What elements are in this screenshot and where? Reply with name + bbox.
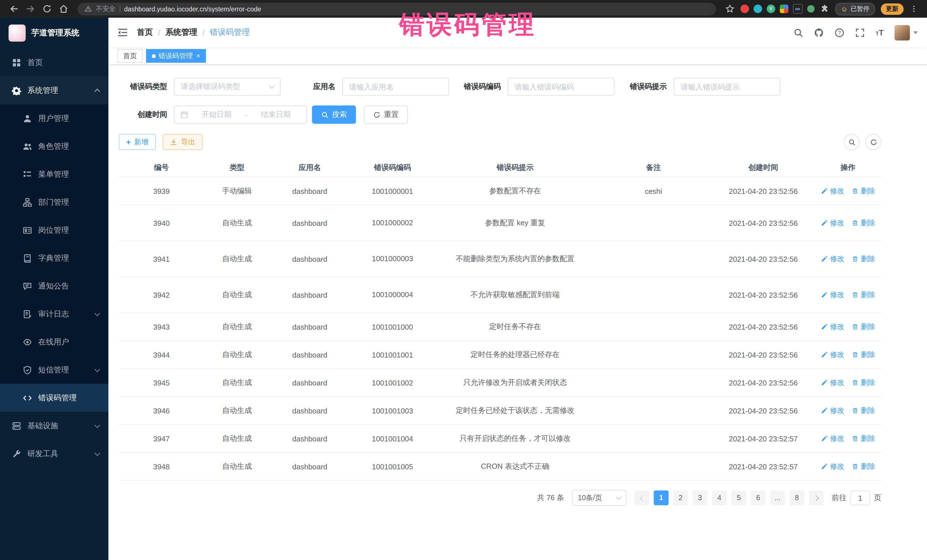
- delete-link[interactable]: 删除: [852, 350, 875, 360]
- home-browser-icon[interactable]: [59, 4, 68, 14]
- font-size-icon[interactable]: TT: [876, 29, 884, 36]
- table-row: 3939手动编辑dashboard1001000001参数配置不存在ceshi2…: [119, 178, 881, 205]
- reload-icon[interactable]: [42, 4, 52, 14]
- delete-link[interactable]: 删除: [852, 290, 875, 300]
- delete-link[interactable]: 删除: [852, 378, 875, 387]
- fullscreen-icon[interactable]: [855, 28, 865, 37]
- edit-link[interactable]: 修改: [821, 434, 844, 443]
- tab-home[interactable]: 首页: [117, 49, 143, 63]
- back-icon[interactable]: [9, 4, 19, 14]
- edit-link[interactable]: 修改: [821, 322, 844, 332]
- edit-link[interactable]: 修改: [821, 378, 844, 387]
- edit-link-label: 修改: [830, 218, 844, 228]
- delete-link[interactable]: 删除: [852, 218, 875, 228]
- tab-error-code[interactable]: 错误码管理 ×: [146, 49, 206, 63]
- sidebar-item-post[interactable]: 岗位管理: [0, 216, 108, 244]
- pagination: 共 76 条 10条/页 123456...8 前往 页: [119, 490, 881, 506]
- extension-icon-green[interactable]: [807, 5, 815, 12]
- edit-link[interactable]: 修改: [821, 186, 844, 196]
- goto-page-input[interactable]: [851, 490, 870, 505]
- refresh-table-button[interactable]: [865, 134, 881, 150]
- page-button-3[interactable]: 3: [693, 490, 707, 505]
- date-range-picker[interactable]: 开始日期 - 结束日期: [174, 106, 307, 124]
- error-code-input[interactable]: [508, 77, 614, 96]
- browser-update-button[interactable]: 更新: [881, 3, 904, 15]
- export-button[interactable]: 导出: [163, 134, 202, 150]
- forward-icon[interactable]: [26, 4, 35, 14]
- extension-icon-red[interactable]: [740, 5, 749, 13]
- sidebar-item-home[interactable]: 首页: [0, 49, 108, 76]
- extension-icon-teal[interactable]: [753, 5, 762, 13]
- url-text[interactable]: dashboard.yudao.iocoder.cn/system/error-…: [124, 5, 261, 12]
- reset-button[interactable]: 重置: [364, 106, 408, 124]
- sidebar-item-online[interactable]: 在线用户: [0, 328, 108, 356]
- breadcrumb-system[interactable]: 系统管理: [166, 27, 198, 38]
- sidebar-item-dept[interactable]: 部门管理: [0, 188, 108, 216]
- app-logo[interactable]: 芋道管理系统: [0, 18, 108, 49]
- prev-page-button[interactable]: [634, 490, 649, 505]
- extension-icon-on[interactable]: on: [793, 4, 802, 14]
- page-button-8[interactable]: 8: [790, 490, 804, 505]
- bookmark-star-icon[interactable]: [725, 4, 734, 14]
- edit-link[interactable]: 修改: [821, 406, 844, 416]
- extension-icon-vue[interactable]: V: [766, 5, 775, 13]
- sidebar-item-users[interactable]: 角色管理: [0, 132, 108, 160]
- next-page-button[interactable]: [809, 490, 824, 505]
- error-msg-input[interactable]: [674, 77, 780, 96]
- show-search-button[interactable]: [844, 134, 860, 150]
- extensions-puzzle-icon[interactable]: [820, 5, 828, 13]
- sidebar-item-dict[interactable]: 字典管理: [0, 244, 108, 272]
- delete-link[interactable]: 删除: [852, 461, 875, 471]
- edit-link[interactable]: 修改: [821, 290, 844, 300]
- browser-menu-icon[interactable]: [910, 4, 918, 14]
- search-button[interactable]: 搜索: [312, 106, 356, 124]
- sidebar-item-user[interactable]: 用户管理: [0, 104, 108, 132]
- page-button-4[interactable]: 4: [712, 490, 727, 505]
- sidebar-item-infra[interactable]: 基础设施: [0, 412, 108, 440]
- page-size-select[interactable]: 10条/页: [572, 490, 626, 506]
- hamburger-icon[interactable]: [117, 28, 128, 37]
- sidebar-item-audit[interactable]: 审计日志: [0, 300, 108, 328]
- add-button[interactable]: + 新增: [119, 134, 156, 150]
- sidebar-item-gear[interactable]: 系统管理: [0, 76, 108, 104]
- chevron-down-icon: [94, 310, 100, 316]
- app-name-input[interactable]: [342, 77, 449, 96]
- user-menu[interactable]: [895, 25, 918, 40]
- error-type-select[interactable]: 请选择错误码类型: [174, 77, 281, 96]
- delete-link[interactable]: 删除: [852, 186, 875, 196]
- pencil-icon: [821, 435, 828, 442]
- github-icon[interactable]: [814, 28, 824, 37]
- page-button-5[interactable]: 5: [731, 490, 746, 505]
- cell-code: 1001000004: [350, 288, 435, 301]
- edit-link[interactable]: 修改: [821, 461, 844, 471]
- paused-extension-badge[interactable]: ☺已暂停: [835, 3, 875, 15]
- search-icon[interactable]: [793, 28, 803, 37]
- delete-link[interactable]: 删除: [852, 322, 875, 332]
- sidebar-item-notice[interactable]: 通知公告: [0, 272, 108, 300]
- page-more-button[interactable]: ...: [770, 490, 785, 505]
- extension-icon-grid[interactable]: [780, 5, 788, 13]
- edit-link[interactable]: 修改: [821, 254, 844, 264]
- delete-link[interactable]: 删除: [852, 406, 875, 416]
- edit-link[interactable]: 修改: [821, 350, 844, 360]
- page-button-1[interactable]: 1: [654, 490, 669, 505]
- delete-link-label: 删除: [861, 350, 875, 360]
- sidebar-item-sms[interactable]: 短信管理: [0, 356, 108, 384]
- avatar[interactable]: [895, 25, 910, 40]
- address-bar[interactable]: 不安全 dashboard.yudao.iocoder.cn/system/er…: [78, 3, 716, 15]
- delete-link[interactable]: 删除: [852, 254, 875, 264]
- sidebar-item-code[interactable]: 错误码管理: [0, 384, 108, 412]
- help-icon[interactable]: ?: [834, 28, 844, 37]
- page-button-2[interactable]: 2: [673, 490, 688, 505]
- cell-time: 2021-04-20 23:52:56: [712, 406, 815, 415]
- delete-link[interactable]: 删除: [852, 434, 875, 443]
- sidebar-item-tools[interactable]: 研发工具: [0, 440, 108, 467]
- page-button-6[interactable]: 6: [751, 490, 766, 505]
- breadcrumb-home[interactable]: 首页: [137, 27, 153, 38]
- edit-link[interactable]: 修改: [821, 218, 844, 228]
- close-tab-icon[interactable]: ×: [196, 52, 200, 59]
- screen: 不安全 dashboard.yudao.iocoder.cn/system/er…: [0, 0, 927, 560]
- cell-code: 1001000003: [350, 253, 435, 265]
- sidebar-item-menu[interactable]: 菜单管理: [0, 160, 108, 188]
- top-navbar: 首页 / 系统管理 / 错误码管理 ? TT: [108, 18, 927, 47]
